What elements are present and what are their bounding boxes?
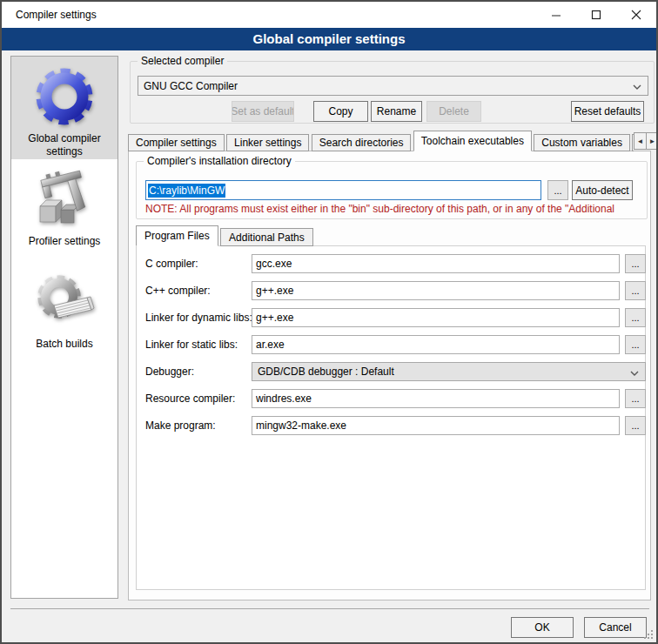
c-compiler-row: C compiler: ... [137, 254, 645, 273]
debugger-label: Debugger: [145, 362, 194, 381]
maximize-icon [591, 10, 601, 20]
set-as-default-button: Set as default [232, 101, 294, 122]
cpp-compiler-browse-button[interactable]: ... [625, 281, 646, 300]
compiler-select[interactable]: GNU GCC Compiler [138, 76, 648, 96]
make-program-input[interactable] [252, 416, 620, 435]
tab-additional-paths[interactable]: Additional Paths [220, 228, 313, 246]
settings-tabstrip: Compiler settings Linker settings Search… [128, 131, 634, 151]
installation-directory-legend: Compiler's installation directory [144, 155, 295, 167]
toolchain-executables-panel: Compiler's installation directory C:\ray… [128, 151, 651, 600]
static-linker-label: Linker for static libs: [145, 335, 238, 354]
resource-compiler-input[interactable] [252, 389, 620, 408]
gray-gear-stack-icon [33, 271, 96, 333]
ok-button[interactable]: OK [511, 617, 574, 638]
tab-program-files[interactable]: Program Files [136, 225, 218, 246]
footer-divider [10, 608, 649, 609]
dynamic-linker-input[interactable] [252, 308, 620, 327]
static-linker-row: Linker for static libs: ... [137, 335, 645, 354]
sidebar-item-profiler-settings[interactable]: Profiler settings [11, 159, 118, 262]
tab-compiler-settings[interactable]: Compiler settings [128, 134, 225, 151]
sidebar-item-label: Batch builds [16, 338, 113, 351]
installation-directory-group: Compiler's installation directory C:\ray… [136, 161, 648, 219]
sidebar-item-global-compiler-settings[interactable]: Global compiler settings [11, 57, 118, 159]
resource-compiler-row: Resource compiler: ... [137, 389, 645, 408]
sidebar-item-label: Profiler settings [16, 235, 113, 248]
sidebar-item-label: Global compiler settings [16, 132, 113, 158]
resource-compiler-label: Resource compiler: [145, 389, 235, 408]
dynamic-linker-label: Linker for dynamic libs: [145, 308, 252, 327]
installation-directory-input[interactable]: C:\raylib\MinGW [145, 180, 541, 200]
debugger-row: Debugger: GDB/CDB debugger : Default [137, 362, 645, 381]
make-program-browse-button[interactable]: ... [625, 416, 646, 435]
installation-directory-value: C:\raylib\MinGW [148, 184, 225, 198]
caliper-icon [33, 168, 96, 231]
compiler-select-value: GNU GCC Compiler [144, 80, 238, 92]
selected-compiler-group: Selected compiler GNU GCC Compiler Set a… [130, 61, 655, 124]
static-linker-input[interactable] [252, 335, 620, 354]
make-program-row: Make program: ... [137, 416, 645, 435]
debugger-select-value: GDB/CDB debugger : Default [258, 366, 394, 378]
tab-linker-settings[interactable]: Linker settings [226, 134, 309, 151]
tab-toolchain-executables[interactable]: Toolchain executables [413, 131, 532, 151]
rename-button[interactable]: Rename [371, 101, 422, 122]
dynamic-linker-browse-button[interactable]: ... [625, 308, 646, 327]
cancel-button[interactable]: Cancel [584, 617, 647, 638]
bin-subdirectory-note: NOTE: All programs must exist either in … [145, 203, 645, 215]
c-compiler-input[interactable] [252, 254, 620, 273]
c-compiler-browse-button[interactable]: ... [625, 254, 646, 273]
maximize-button[interactable] [576, 2, 616, 27]
sidebar-item-batch-builds[interactable]: Batch builds [11, 262, 118, 365]
cpp-compiler-input[interactable] [252, 281, 620, 300]
titlebar: Compiler settings [2, 2, 656, 28]
scroll-right-icon: ► [649, 138, 656, 145]
blue-gear-icon [33, 65, 96, 128]
program-files-panel: C compiler: ... C++ compiler: ... Linker… [136, 245, 646, 590]
delete-button: Delete [426, 101, 481, 122]
reset-defaults-button[interactable]: Reset defaults [571, 101, 644, 122]
tab-scroll-left-button[interactable]: ◄ [634, 132, 647, 150]
chevron-down-icon [630, 371, 639, 376]
dynamic-linker-row: Linker for dynamic libs: ... [137, 308, 645, 327]
cpp-compiler-label: C++ compiler: [145, 281, 211, 300]
chevron-down-icon [633, 84, 641, 90]
window-title: Compiler settings [16, 9, 97, 21]
compiler-settings-dialog: Compiler settings Global compiler settin… [0, 0, 658, 644]
selected-compiler-legend: Selected compiler [138, 55, 227, 67]
resource-compiler-browse-button[interactable]: ... [625, 389, 646, 408]
minimize-button[interactable] [536, 2, 576, 27]
copy-button[interactable]: Copy [313, 101, 368, 122]
page-title: Global compiler settings [2, 28, 656, 50]
close-button[interactable] [616, 2, 656, 27]
close-icon [631, 10, 641, 20]
directory-browse-button[interactable]: ... [547, 180, 568, 200]
settings-category-list: Global compiler settings [10, 56, 118, 599]
auto-detect-button[interactable]: Auto-detect [572, 180, 633, 200]
static-linker-browse-button[interactable]: ... [625, 335, 646, 354]
minimize-icon [551, 10, 561, 20]
scroll-left-icon: ◄ [637, 138, 644, 145]
cpp-compiler-row: C++ compiler: ... [137, 281, 645, 300]
make-program-label: Make program: [145, 416, 216, 435]
c-compiler-label: C compiler: [145, 254, 198, 273]
tab-custom-variables[interactable]: Custom variables [534, 134, 630, 151]
program-files-tabstrip: Program Files Additional Paths [136, 225, 312, 246]
tab-search-directories[interactable]: Search directories [312, 134, 412, 151]
resize-grip[interactable] [643, 629, 654, 640]
tab-scroll-right-button[interactable]: ► [646, 132, 658, 150]
debugger-select[interactable]: GDB/CDB debugger : Default [252, 362, 646, 381]
